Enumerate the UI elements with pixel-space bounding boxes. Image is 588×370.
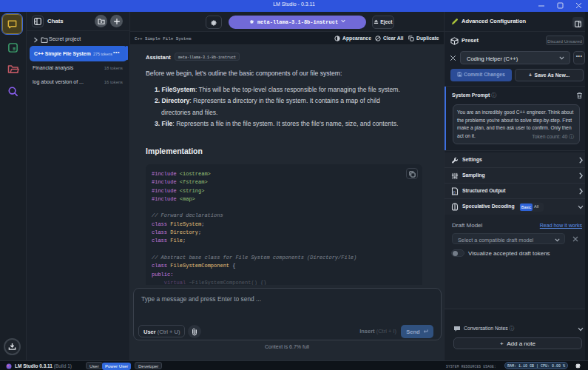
svg-text:{}: {} [453,190,456,195]
